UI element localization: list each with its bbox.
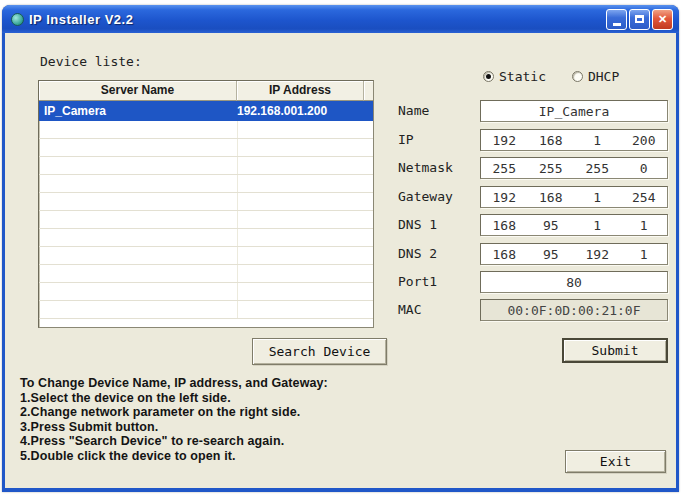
dns2-label: DNS 2 — [398, 246, 437, 261]
close-button[interactable]: ✕ — [652, 9, 673, 30]
gateway-field[interactable]: 192 168 1 254 — [480, 186, 668, 208]
dns2-octet[interactable]: 168 — [481, 247, 528, 262]
ip-octet[interactable]: 168 — [528, 133, 575, 148]
instruction-step: 2.Change network parameter on the right … — [20, 405, 328, 420]
table-row[interactable] — [39, 175, 373, 193]
netmask-octet[interactable]: 0 — [621, 161, 668, 176]
radio-static-icon — [483, 71, 494, 82]
search-device-button[interactable]: Search Device — [252, 338, 387, 365]
dns1-label: DNS 1 — [398, 217, 437, 232]
instruction-step: 4.Press "Search Device" to re-search aga… — [20, 434, 328, 449]
gateway-octet[interactable]: 254 — [621, 190, 668, 205]
netmask-octet[interactable]: 255 — [481, 161, 528, 176]
port1-label: Port1 — [398, 274, 437, 289]
dns1-octet[interactable]: 1 — [621, 218, 668, 233]
window-title: IP Installer V2.2 — [29, 12, 606, 27]
instruction-step: 1.Select the device on the left side. — [20, 391, 328, 406]
table-row[interactable] — [39, 301, 373, 319]
ip-field[interactable]: 192 168 1 200 — [480, 129, 668, 151]
ip-label: IP — [398, 132, 414, 147]
radio-dhcp[interactable]: DHCP — [572, 69, 619, 84]
column-header-spacer — [364, 81, 373, 101]
radio-dhcp-label: DHCP — [588, 69, 619, 84]
netmask-octet[interactable]: 255 — [528, 161, 575, 176]
port1-field[interactable]: 80 — [480, 271, 668, 293]
device-list-label: Device liste: — [40, 54, 142, 69]
exit-button[interactable]: Exit — [565, 450, 666, 473]
instructions: To Change Device Name, IP address, and G… — [20, 376, 328, 464]
minimize-icon — [613, 23, 621, 26]
dialog-content: Device liste: Server Name IP Address IP_… — [5, 33, 676, 488]
table-row[interactable] — [39, 193, 373, 211]
table-row[interactable] — [39, 265, 373, 283]
netmask-field[interactable]: 255 255 255 0 — [480, 157, 668, 179]
gateway-octet[interactable]: 1 — [574, 190, 621, 205]
dns1-octet[interactable]: 168 — [481, 218, 528, 233]
netmask-octet[interactable]: 255 — [574, 161, 621, 176]
gateway-octet[interactable]: 168 — [528, 190, 575, 205]
title-bar[interactable]: IP Installer V2.2 ✕ — [2, 5, 679, 33]
table-row[interactable] — [39, 229, 373, 247]
dns2-octet[interactable]: 192 — [574, 247, 621, 262]
dns2-octet[interactable]: 1 — [621, 247, 668, 262]
ip-octet[interactable]: 192 — [481, 133, 528, 148]
device-table[interactable]: Server Name IP Address IP_Camera 192.168… — [38, 80, 374, 328]
submit-button[interactable]: Submit — [562, 338, 668, 363]
netmask-label: Netmask — [398, 160, 453, 175]
instruction-step: 5.Double click the device to open it. — [20, 449, 328, 464]
device-ip-cell: 192.168.001.200 — [237, 101, 364, 121]
instruction-step: 3.Press Submit button. — [20, 420, 328, 435]
mac-field: 00:0F:0D:00:21:0F — [480, 299, 668, 321]
app-window: IP Installer V2.2 ✕ Device liste: Server… — [2, 5, 679, 492]
table-row[interactable] — [39, 211, 373, 229]
radio-static-label: Static — [499, 69, 546, 84]
dns2-octet[interactable]: 95 — [528, 247, 575, 262]
ip-octet[interactable]: 1 — [574, 133, 621, 148]
radio-dhcp-icon — [572, 71, 583, 82]
table-row[interactable] — [39, 139, 373, 157]
table-row[interactable]: IP_Camera 192.168.001.200 — [39, 101, 373, 121]
maximize-button[interactable] — [629, 9, 650, 30]
dns2-field[interactable]: 168 95 192 1 — [480, 243, 668, 265]
ip-octet[interactable]: 200 — [621, 133, 668, 148]
device-table-header: Server Name IP Address — [39, 81, 373, 101]
column-header-ip-address[interactable]: IP Address — [237, 81, 364, 101]
mac-label: MAC — [398, 302, 421, 317]
close-icon: ✕ — [658, 14, 667, 25]
maximize-icon — [635, 15, 644, 23]
table-row[interactable] — [39, 283, 373, 301]
dns1-octet[interactable]: 95 — [528, 218, 575, 233]
dns1-octet[interactable]: 1 — [574, 218, 621, 233]
name-field[interactable]: IP_Camera — [480, 100, 668, 122]
table-row[interactable] — [39, 247, 373, 265]
instructions-title: To Change Device Name, IP address, and G… — [20, 376, 328, 391]
column-header-server-name[interactable]: Server Name — [39, 81, 237, 101]
radio-static[interactable]: Static — [483, 69, 546, 84]
minimize-button[interactable] — [606, 9, 627, 30]
table-row[interactable] — [39, 121, 373, 139]
gateway-octet[interactable]: 192 — [481, 190, 528, 205]
address-mode-group: Static DHCP — [483, 69, 619, 84]
name-label: Name — [398, 103, 429, 118]
dns1-field[interactable]: 168 95 1 1 — [480, 214, 668, 236]
table-row[interactable] — [39, 157, 373, 175]
device-name-cell: IP_Camera — [39, 101, 237, 121]
gateway-label: Gateway — [398, 189, 453, 204]
app-icon — [11, 13, 24, 26]
